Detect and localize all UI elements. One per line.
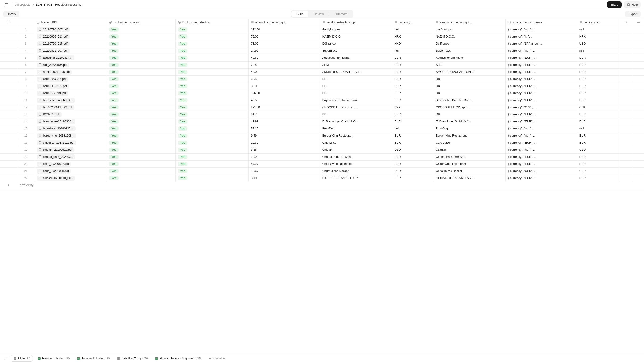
table-row[interactable]: 19central_park_202403...YesYes29.90Centr… <box>0 153 644 160</box>
col-json[interactable]: json_extraction_gemini... <box>506 19 577 26</box>
cell-vendor1[interactable]: E. Breuninger GmbH & Co. <box>320 118 392 125</box>
cell-json[interactable]: {"currency": "null", ... <box>506 132 577 139</box>
cell-vendor2[interactable]: Central Park Terrazza <box>433 153 506 160</box>
row-select[interactable] <box>0 160 17 167</box>
cell-currency1[interactable]: USD <box>392 146 433 153</box>
cell-frontier[interactable]: Yes <box>175 40 248 47</box>
cell-currency2[interactable]: EUR <box>577 132 620 139</box>
cell-frontier[interactable]: Yes <box>175 54 248 61</box>
cell-json[interactable]: {"currency": "EUR", ... <box>506 76 577 83</box>
row-select[interactable] <box>0 132 17 139</box>
row-select[interactable] <box>0 68 17 76</box>
table-row[interactable]: 120190720_007.pdfYesYes172.00the flying … <box>0 26 644 33</box>
cell-amount[interactable]: 73.00 <box>248 40 320 47</box>
cell-currency2[interactable]: USD <box>577 40 620 47</box>
cell-vendor1[interactable]: Chito Gvrito Lali Bittner <box>320 160 392 167</box>
cell-file[interactable]: 20190720_007.pdf <box>34 26 107 33</box>
cell-file[interactable]: bahn-3GRXP2.pdf <box>34 83 107 90</box>
table-row[interactable]: 220210906_013.pdfYesYes72.00NAZIM D.O.O.… <box>0 33 644 40</box>
view-tab[interactable]: Human-Frontier Alignment25 <box>152 355 203 361</box>
cell-amount[interactable]: 29.90 <box>248 153 320 160</box>
cell-frontier[interactable]: Yes <box>175 76 248 83</box>
mode-automate[interactable]: Automate <box>329 11 353 17</box>
cell-currency2[interactable]: null <box>577 47 620 54</box>
cell-frontier[interactable]: Yes <box>175 167 248 175</box>
cell-currency2[interactable]: null <box>577 125 620 132</box>
table-row[interactable]: 5agustiner-20200314....YesYes48.60August… <box>0 54 644 61</box>
cell-human[interactable]: Yes <box>106 139 175 146</box>
cell-currency2[interactable]: EUR <box>577 76 620 83</box>
cell-json[interactable]: {"currency": "EUR", ... <box>506 90 577 97</box>
cell-human[interactable]: Yes <box>106 90 175 97</box>
row-select[interactable] <box>0 118 17 125</box>
cell-vendor1[interactable]: DB <box>320 83 392 90</box>
cell-amount[interactable]: 9.59 <box>248 132 320 139</box>
cell-human[interactable]: Yes <box>106 26 175 33</box>
cell-json[interactable]: {"currency": "EUR", ... <box>506 139 577 146</box>
sidebar-toggle-button[interactable] <box>3 2 10 8</box>
cell-vendor1[interactable]: DB <box>320 111 392 118</box>
row-select[interactable] <box>0 26 17 33</box>
cell-human[interactable]: Yes <box>106 83 175 90</box>
help-button[interactable]: ? Help <box>624 2 641 8</box>
cell-currency1[interactable]: USD <box>392 167 433 175</box>
cell-vendor1[interactable]: DB <box>320 90 392 97</box>
cell-currency1[interactable]: EUR <box>392 132 433 139</box>
cell-vendor2[interactable]: DB <box>433 111 506 118</box>
table-row[interactable]: 320190720_015.pdfYesYes73.00DélifranceHK… <box>0 40 644 47</box>
cell-human[interactable]: Yes <box>106 61 175 68</box>
cell-amount[interactable]: 57.27 <box>248 160 320 167</box>
cell-file[interactable]: chito_20220507.pdf <box>34 160 107 167</box>
cell-amount[interactable]: 16.67 <box>248 167 320 175</box>
cell-frontier[interactable]: Yes <box>175 153 248 160</box>
cell-vendor2[interactable]: Chito Gvrito Lali Bittner <box>433 160 506 167</box>
cell-vendor1[interactable]: DB <box>320 76 392 83</box>
cell-json[interactable]: {"currency": "EUR", ... <box>506 83 577 90</box>
column-more-button[interactable]: ⋯ <box>633 19 644 26</box>
cell-currency2[interactable]: EUR <box>577 175 620 182</box>
cell-json[interactable]: {"currency": "kn", ... <box>506 33 577 40</box>
cell-vendor1[interactable]: Supermacs <box>320 47 392 54</box>
cell-vendor1[interactable]: Central Park Terrazza <box>320 153 392 160</box>
cell-amount[interactable]: 86.00 <box>248 83 320 90</box>
cell-file[interactable]: burgerking_20181208... <box>34 132 107 139</box>
cell-frontier[interactable]: Yes <box>175 160 248 167</box>
table-row[interactable]: 10bahn-BG32BP.pdfYesYes126.50DBEURDB{"cu… <box>0 90 644 97</box>
cell-currency1[interactable]: EUR <box>392 61 433 68</box>
cell-human[interactable]: Yes <box>106 118 175 125</box>
cell-json[interactable]: {"currency": "EUR", ... <box>506 175 577 182</box>
cell-currency2[interactable]: USD <box>577 146 620 153</box>
cell-amount[interactable]: 48.00 <box>248 68 320 76</box>
cell-json[interactable]: {"currency": "EUR", ... <box>506 68 577 76</box>
cell-frontier[interactable]: Yes <box>175 33 248 40</box>
cell-frontier[interactable]: Yes <box>175 175 248 182</box>
cell-currency1[interactable]: EUR <box>392 83 433 90</box>
cell-frontier[interactable]: Yes <box>175 61 248 68</box>
cell-file[interactable]: BG32CB.pdf <box>34 111 107 118</box>
col-frontier[interactable]: Do Frontier Labelling <box>175 19 248 26</box>
cell-file[interactable]: central_park_202403... <box>34 153 107 160</box>
cell-vendor1[interactable]: CIUDAD DE LAS ARTES Y... <box>320 175 392 182</box>
cell-frontier[interactable]: Yes <box>175 47 248 54</box>
table-row[interactable]: 20chito_20220507.pdfYesYes57.27Chito Gvr… <box>0 160 644 167</box>
table-row[interactable]: 14breuninger-20190330...YesYes49.99E. Br… <box>0 118 644 125</box>
add-column-button[interactable]: + <box>620 19 633 26</box>
cell-currency2[interactable]: EUR <box>577 139 620 146</box>
cell-amount[interactable]: 57.15 <box>248 125 320 132</box>
cell-vendor2[interactable]: Supermacs <box>433 47 506 54</box>
cell-vendor2[interactable]: the flying pan <box>433 26 506 33</box>
row-select[interactable] <box>0 83 17 90</box>
col-currency1[interactable]: currency... <box>392 19 433 26</box>
mode-review[interactable]: Review <box>308 11 329 17</box>
cell-human[interactable]: Yes <box>106 33 175 40</box>
cell-vendor1[interactable]: Chris' @ the Docket <box>320 167 392 175</box>
cell-vendor2[interactable]: DB <box>433 90 506 97</box>
cell-file[interactable]: brewdogs_20190827.... <box>34 125 107 132</box>
data-table-wrap[interactable]: Receipt PDF Do Human Labelling Do Fronti… <box>0 19 644 353</box>
row-select[interactable] <box>0 111 17 118</box>
cell-currency1[interactable]: EUR <box>392 54 433 61</box>
cell-json[interactable]: {"currency": "EUR", ... <box>506 153 577 160</box>
cell-json[interactable]: {"currency": "null", ... <box>506 125 577 132</box>
cell-json[interactable]: {"currency": "EUR", ... <box>506 111 577 118</box>
cell-human[interactable]: Yes <box>106 97 175 104</box>
